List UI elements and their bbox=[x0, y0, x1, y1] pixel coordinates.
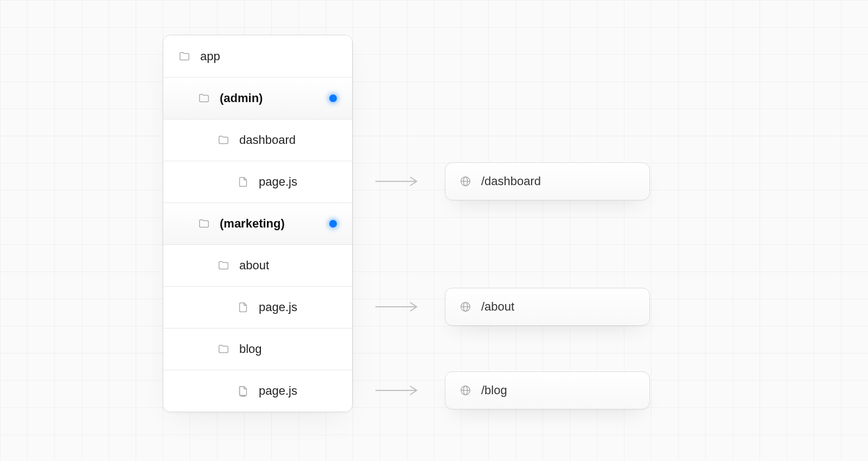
tree-row-app: app bbox=[163, 35, 352, 77]
route-path: /dashboard bbox=[481, 174, 541, 188]
file-icon bbox=[237, 385, 249, 397]
arrow-icon bbox=[374, 384, 422, 397]
tree-label: dashboard bbox=[239, 133, 296, 147]
tree-row-about-folder: about bbox=[163, 244, 352, 286]
route-chip-blog: /blog bbox=[445, 371, 650, 409]
route-chip-about: /about bbox=[445, 288, 650, 326]
tree-row-dashboard-folder: dashboard bbox=[163, 119, 352, 161]
route-path: /blog bbox=[481, 383, 507, 397]
arrow-icon bbox=[374, 175, 422, 188]
tree-label: blog bbox=[239, 342, 262, 356]
tree-label: app bbox=[200, 49, 220, 64]
route-chip-dashboard: /dashboard bbox=[445, 162, 650, 200]
tree-row-blog-page: page.js bbox=[163, 370, 352, 412]
globe-icon bbox=[459, 384, 471, 396]
route-group-indicator-dot bbox=[329, 220, 337, 228]
folder-icon bbox=[218, 260, 229, 271]
route-path: /about bbox=[481, 300, 514, 314]
tree-label: about bbox=[239, 258, 269, 273]
diagram-canvas: app (admin) dashboard page.js (ma bbox=[0, 0, 868, 461]
tree-label: (marketing) bbox=[220, 217, 285, 231]
tree-label: page.js bbox=[259, 384, 297, 398]
file-icon bbox=[237, 176, 249, 188]
file-tree-panel: app (admin) dashboard page.js (ma bbox=[163, 35, 353, 412]
folder-icon bbox=[198, 92, 210, 104]
file-icon bbox=[237, 301, 249, 313]
folder-icon bbox=[218, 343, 229, 355]
folder-icon bbox=[198, 218, 210, 230]
folder-icon bbox=[218, 134, 229, 146]
tree-row-blog-folder: blog bbox=[163, 328, 352, 370]
tree-label: (admin) bbox=[220, 91, 263, 105]
globe-icon bbox=[459, 301, 471, 313]
globe-icon bbox=[459, 175, 471, 187]
tree-row-admin-group: (admin) bbox=[163, 77, 352, 119]
tree-label: page.js bbox=[259, 175, 297, 189]
route-group-indicator-dot bbox=[329, 94, 337, 102]
arrow-icon bbox=[374, 300, 422, 313]
tree-row-marketing-group: (marketing) bbox=[163, 203, 352, 244]
tree-row-about-page: page.js bbox=[163, 286, 352, 328]
tree-label: page.js bbox=[259, 300, 297, 314]
tree-row-dashboard-page: page.js bbox=[163, 161, 352, 203]
folder-icon bbox=[178, 50, 190, 62]
